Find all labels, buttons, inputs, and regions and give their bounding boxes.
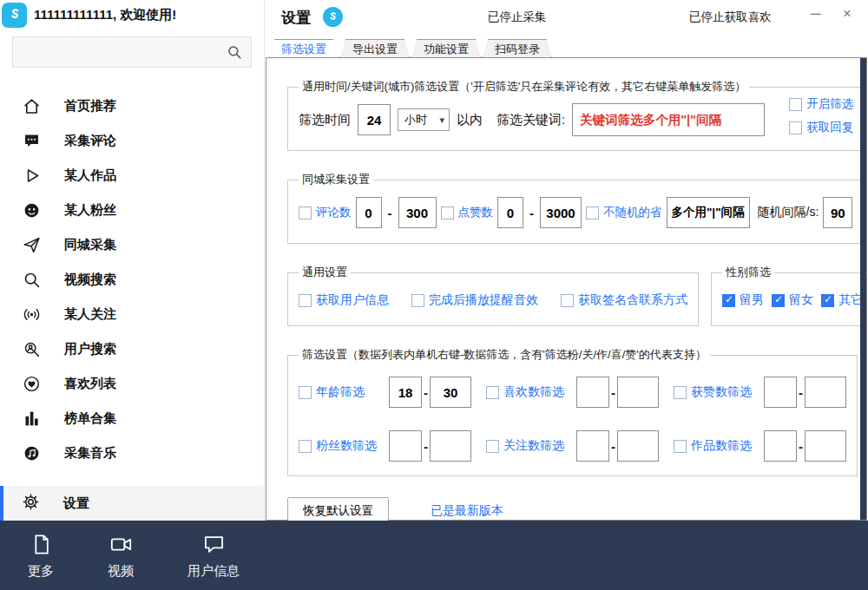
follow-min-input[interactable] bbox=[576, 430, 609, 462]
app-logo-icon bbox=[2, 3, 27, 28]
menu-label: 榜单合集 bbox=[64, 410, 116, 427]
checkbox-icon bbox=[411, 294, 424, 307]
province-input[interactable] bbox=[667, 197, 750, 228]
tab-export-settings[interactable]: 导出设置 bbox=[340, 39, 410, 58]
age-max-input[interactable] bbox=[430, 377, 471, 408]
search-input[interactable] bbox=[13, 37, 227, 67]
checkbox-icon bbox=[299, 206, 312, 220]
keep-other-checkbox[interactable]: 其它 bbox=[821, 292, 863, 308]
praise-max-input[interactable] bbox=[805, 377, 846, 408]
praise-filter-checkbox[interactable]: 获赞数筛选 bbox=[674, 384, 764, 400]
menu-label: 同城采集 bbox=[64, 237, 116, 253]
gear-icon bbox=[22, 493, 40, 514]
bottom-item-video[interactable]: 视频 bbox=[108, 533, 134, 580]
search-icon[interactable] bbox=[227, 44, 242, 60]
group-legend: 通用时间/关键词(城市)筛选设置（'开启筛选'只在采集评论有效，其它右键菜单触发… bbox=[299, 79, 749, 95]
sidebar-item-like-list[interactable]: 喜欢列表 bbox=[0, 366, 264, 401]
sidebar: 111111111111, 欢迎使用! 首页推荐 采集评论 某人作品 某人粉丝 … bbox=[0, 0, 265, 521]
range-dash: - bbox=[528, 206, 536, 220]
fixed-province-checkbox[interactable]: 不随机的省 bbox=[586, 205, 662, 220]
sidebar-item-video-search[interactable]: 视频搜索 bbox=[0, 262, 264, 297]
like-filter-max-input[interactable] bbox=[617, 377, 659, 408]
works-max-input[interactable] bbox=[805, 430, 846, 462]
checkbox-icon bbox=[486, 386, 499, 399]
like-filter-checkbox[interactable]: 喜欢数筛选 bbox=[486, 384, 576, 400]
filter-keyword-label: 筛选关键词: bbox=[496, 112, 565, 128]
app-logo-small-icon bbox=[323, 7, 343, 27]
sidebar-item-user-works[interactable]: 某人作品 bbox=[0, 158, 264, 193]
chat-bubble-icon bbox=[202, 533, 226, 559]
checkbox-icon bbox=[299, 386, 312, 399]
minimize-button[interactable]: ─ bbox=[806, 6, 826, 22]
gender-filter-group: 性别筛选 留男 留女 其它 bbox=[711, 265, 868, 326]
sidebar-item-home[interactable]: 首页推荐 bbox=[0, 88, 264, 123]
bottom-item-label: 用户信息 bbox=[187, 563, 240, 580]
fans-max-input[interactable] bbox=[430, 430, 471, 462]
menu-label: 采集音乐 bbox=[64, 445, 116, 462]
like-filter-group: 喜欢数筛选 - bbox=[486, 377, 674, 408]
keep-female-checkbox[interactable]: 留女 bbox=[772, 292, 813, 308]
comment-count-checkbox[interactable]: 评论数 bbox=[299, 205, 352, 220]
sidebar-item-ranking[interactable]: 榜单合集 bbox=[0, 401, 264, 436]
praise-min-input[interactable] bbox=[764, 377, 797, 408]
checkbox-icon bbox=[486, 440, 499, 453]
sidebar-item-settings[interactable]: 设置 bbox=[0, 486, 264, 521]
panel-scrollbar[interactable] bbox=[860, 58, 866, 520]
follow-filter-checkbox[interactable]: 关注数筛选 bbox=[486, 438, 576, 454]
follow-filter-group: 关注数筛选 - bbox=[486, 430, 674, 462]
follow-max-input[interactable] bbox=[617, 430, 659, 462]
menu-label: 某人关注 bbox=[64, 306, 116, 323]
file-icon bbox=[30, 533, 53, 559]
filter-keyword-input[interactable] bbox=[572, 103, 765, 136]
works-filter-checkbox[interactable]: 作品数筛选 bbox=[674, 438, 764, 454]
signature-contact-checkbox[interactable]: 获取签名含联系方式 bbox=[561, 292, 687, 308]
sidebar-item-user-fans[interactable]: 某人粉丝 bbox=[0, 193, 264, 227]
menu-label: 视频搜索 bbox=[64, 272, 116, 288]
like-filter-min-input[interactable] bbox=[576, 377, 609, 408]
sidebar-item-city-collect[interactable]: 同城采集 bbox=[0, 227, 264, 262]
get-reply-checkbox[interactable]: 获取回复 bbox=[789, 120, 853, 135]
sidebar-item-collect-comments[interactable]: 采集评论 bbox=[0, 123, 264, 158]
checkbox-checked-icon bbox=[722, 294, 735, 307]
version-link[interactable]: 已是最新版本 bbox=[431, 503, 503, 519]
range-dash: - bbox=[422, 439, 430, 454]
checkbox-checked-icon bbox=[821, 294, 834, 307]
fans-filter-checkbox[interactable]: 粉丝数筛选 bbox=[299, 438, 389, 454]
age-min-input[interactable] bbox=[389, 377, 422, 408]
keep-male-checkbox[interactable]: 留男 bbox=[722, 292, 764, 308]
like-min-input[interactable] bbox=[497, 197, 523, 228]
get-user-info-checkbox[interactable]: 获取用户信息 bbox=[299, 292, 389, 308]
sidebar-item-user-follow[interactable]: 某人关注 bbox=[0, 297, 264, 331]
user-face-icon bbox=[22, 201, 41, 220]
tab-function-settings[interactable]: 功能设置 bbox=[411, 39, 481, 58]
random-interval-input[interactable] bbox=[823, 197, 852, 228]
tab-filter-settings[interactable]: 筛选设置 bbox=[269, 39, 339, 59]
comment-min-input[interactable] bbox=[356, 197, 382, 228]
sidebar-item-collect-music[interactable]: 采集音乐 bbox=[0, 436, 264, 470]
broadcast-icon bbox=[22, 305, 41, 324]
fans-min-input[interactable] bbox=[389, 430, 422, 462]
age-filter-checkbox[interactable]: 年龄筛选 bbox=[299, 384, 389, 400]
like-count-checkbox[interactable]: 点赞数 bbox=[441, 205, 494, 220]
menu-label: 喜欢列表 bbox=[64, 376, 116, 392]
sidebar-search-box[interactable] bbox=[12, 36, 252, 68]
works-min-input[interactable] bbox=[764, 430, 797, 462]
enable-filter-checkbox[interactable]: 开启筛选 bbox=[789, 96, 853, 112]
tab-qr-login[interactable]: 扫码登录 bbox=[483, 39, 552, 58]
comment-max-input[interactable] bbox=[398, 197, 437, 228]
bottom-item-user-info[interactable]: 用户信息 bbox=[187, 533, 240, 580]
bottom-bar: 更多 视频 用户信息 bbox=[0, 521, 868, 590]
close-button[interactable]: × bbox=[837, 6, 858, 22]
filter-settings-group: 筛选设置（数据列表内单机右键-数据筛选，含有'筛选粉/关/作/喜/赞'的代表支持… bbox=[287, 347, 858, 476]
like-max-input[interactable] bbox=[540, 197, 582, 228]
play-sound-checkbox[interactable]: 完成后播放提醒音效 bbox=[411, 292, 538, 308]
comment-icon bbox=[22, 132, 41, 150]
sidebar-item-user-search[interactable]: 用户搜索 bbox=[0, 331, 264, 366]
music-icon bbox=[22, 444, 41, 462]
within-label: 以内 bbox=[457, 112, 483, 128]
filter-time-input[interactable] bbox=[358, 104, 391, 135]
time-unit-select[interactable]: 小时 bbox=[398, 108, 450, 131]
checkbox-icon bbox=[441, 206, 454, 220]
bottom-item-label: 更多 bbox=[28, 563, 54, 580]
bottom-item-more[interactable]: 更多 bbox=[28, 533, 54, 580]
